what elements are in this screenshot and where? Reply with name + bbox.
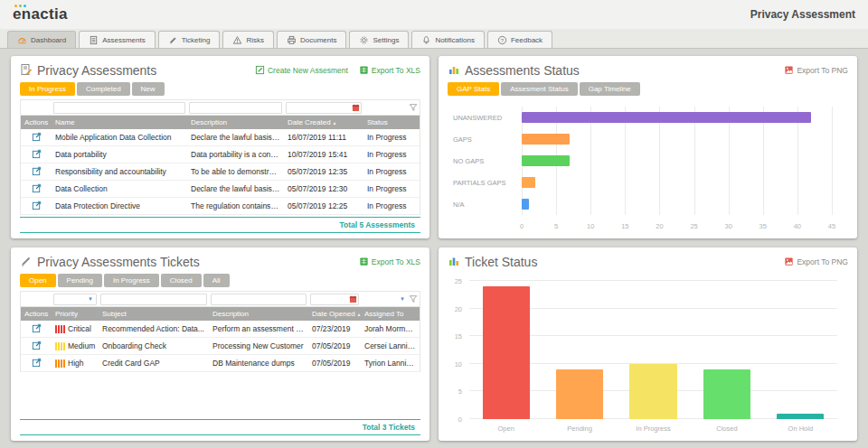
export-png-link[interactable]: Export To PNG xyxy=(784,65,848,77)
filter-funnel-icon[interactable] xyxy=(409,99,418,116)
assessments-tab-new[interactable]: New xyxy=(132,82,165,96)
bar-pending xyxy=(556,369,603,419)
bar-chart-icon xyxy=(448,63,460,79)
main-nav: Dashboard Assessments Ticketing Risks Do… xyxy=(0,29,868,49)
subject-filter-input[interactable] xyxy=(100,294,207,305)
cell-assigned: Jorah Mormont xyxy=(361,324,420,333)
open-ticket-icon[interactable] xyxy=(32,341,42,352)
x-tick-label: 35 xyxy=(760,222,767,230)
description-filter-input[interactable] xyxy=(189,102,282,114)
export-tickets-xls-link[interactable]: Export To XLS xyxy=(359,257,420,268)
tab-notifications[interactable]: Notifications xyxy=(411,31,485,48)
col-status[interactable]: Status xyxy=(363,118,420,126)
calendar-icon[interactable] xyxy=(349,291,357,307)
create-new-assessment-link[interactable]: Create New Assesment xyxy=(255,65,348,77)
priority-bars-icon xyxy=(55,325,65,333)
tickets-total: Total 3 Tickets xyxy=(20,419,420,435)
notifications-bell-icon xyxy=(421,35,431,45)
date-created-filter-input[interactable] xyxy=(286,102,362,114)
col-actions[interactable]: Actions xyxy=(21,310,52,318)
filter-funnel-icon[interactable] xyxy=(409,291,418,307)
col-assigned-to[interactable]: Assigned To xyxy=(361,310,420,318)
assessment-row: Data Collection Declare the lawful basis… xyxy=(21,181,420,198)
cell-description: Perform an assessment to i... xyxy=(209,324,308,333)
tab-label: Settings xyxy=(373,36,399,44)
category-label: Closed xyxy=(690,421,763,434)
col-date-opened[interactable]: Date Opened▲ xyxy=(308,310,361,318)
tickets-tab-closed[interactable]: Closed xyxy=(161,274,202,287)
cell-description: Processing New Customer xyxy=(209,341,308,350)
cell-priority: Medium xyxy=(68,341,95,350)
documents-printer-icon xyxy=(287,35,297,45)
open-ticket-icon[interactable] xyxy=(32,323,42,335)
col-date-created[interactable]: Date Created▲ xyxy=(284,118,363,126)
tickets-tab-all[interactable]: All xyxy=(203,274,230,287)
tab-gap-timeline[interactable]: Gap Timeline xyxy=(580,82,640,96)
tickets-tab-open[interactable]: Open xyxy=(20,274,56,287)
col-description[interactable]: Description xyxy=(209,310,308,318)
y-tick-label: 5 xyxy=(458,387,462,396)
tab-ticketing[interactable]: Ticketing xyxy=(158,31,221,48)
tab-risks[interactable]: Risks xyxy=(222,31,274,48)
tab-dashboard[interactable]: Dashboard xyxy=(7,31,76,48)
priority-filter-select[interactable]: ▼ xyxy=(53,294,97,305)
ticket-row: High Credit Card GAP DB Maintenance dump… xyxy=(21,355,420,372)
open-assessment-icon[interactable] xyxy=(32,149,42,161)
col-subject[interactable]: Subject xyxy=(99,310,209,318)
tab-gap-stats[interactable]: GAP Stats xyxy=(448,82,499,96)
logo[interactable]: enactia xyxy=(13,5,68,23)
x-tick-label: 25 xyxy=(690,222,697,230)
ticket-description-filter-input[interactable] xyxy=(211,294,307,305)
svg-text:?: ? xyxy=(501,37,505,42)
assessments-total: Total 5 Assessments xyxy=(20,217,420,233)
open-assessment-icon[interactable] xyxy=(32,166,42,178)
category-label: In Progress xyxy=(617,421,690,434)
cell-date: 16/07/2019 11:11 xyxy=(284,133,363,142)
tickets-tab-pending[interactable]: Pending xyxy=(58,274,102,287)
col-priority[interactable]: Priority xyxy=(52,310,99,318)
open-assessment-icon[interactable] xyxy=(32,183,42,195)
open-assessment-icon[interactable] xyxy=(32,132,42,144)
settings-gear-icon xyxy=(359,35,369,45)
tab-documents[interactable]: Documents xyxy=(277,31,346,48)
assessments-tab-in-progress[interactable]: In Progress xyxy=(20,82,75,96)
calendar-icon[interactable] xyxy=(352,99,360,116)
cell-description: Declare the lawful basis and purpose ... xyxy=(187,184,284,193)
col-name[interactable]: Name xyxy=(52,118,187,126)
cell-assigned: Cersei Lannister xyxy=(361,341,420,350)
export-ticket-png-link[interactable]: Export To PNG xyxy=(784,257,848,268)
tab-label: Documents xyxy=(300,36,336,44)
tab-assessment-status[interactable]: Assesment Status xyxy=(501,82,577,96)
assessment-row: Data Protection Directive The regulation… xyxy=(21,198,420,215)
open-ticket-icon[interactable] xyxy=(32,358,42,369)
y-tick-label: 0 xyxy=(458,415,462,424)
tab-feedback[interactable]: ? Feedback xyxy=(487,31,552,48)
col-actions[interactable]: Actions xyxy=(21,118,52,126)
date-opened-filter-input[interactable] xyxy=(310,294,359,305)
panel-ticket-status: Ticket Status Export To PNG 0510152025 O… xyxy=(439,247,857,441)
open-assessment-icon[interactable] xyxy=(32,201,42,212)
bar-chart-icon xyxy=(448,255,460,270)
x-tick-label: 15 xyxy=(621,222,628,230)
gridline xyxy=(832,107,833,215)
col-description[interactable]: Description xyxy=(187,118,284,126)
panel-assessment-tickets: Privacy Assessments Tickets Export To XL… xyxy=(11,247,429,441)
tickets-tab-in-progress[interactable]: In Progress xyxy=(104,274,159,287)
ticketing-icon xyxy=(168,35,178,45)
y-tick-label: 15 xyxy=(455,332,462,341)
tab-settings[interactable]: Settings xyxy=(349,31,409,48)
dropdown-caret-icon: ▼ xyxy=(86,296,95,302)
name-filter-input[interactable] xyxy=(53,102,185,114)
export-xls-link[interactable]: Export To XLS xyxy=(359,65,420,77)
cell-date: 05/07/2019 12:30 xyxy=(284,184,363,193)
tab-assessments[interactable]: Assessments xyxy=(79,31,156,48)
assessments-tab-completed[interactable]: Completed xyxy=(77,82,130,96)
assessment-row: Responsibility and accountability To be … xyxy=(21,163,420,181)
tickets-table-header: Actions Priority Subject Description Dat… xyxy=(21,307,420,321)
bar-on-hold xyxy=(777,414,824,419)
page-title: Privacy Assessment xyxy=(750,8,855,21)
cell-date: 10/07/2019 15:41 xyxy=(284,150,363,159)
category-label: UNANSWERED xyxy=(453,114,518,122)
cell-status: In Progress xyxy=(363,167,420,176)
dropdown-caret-icon[interactable]: ▼ xyxy=(398,296,407,302)
